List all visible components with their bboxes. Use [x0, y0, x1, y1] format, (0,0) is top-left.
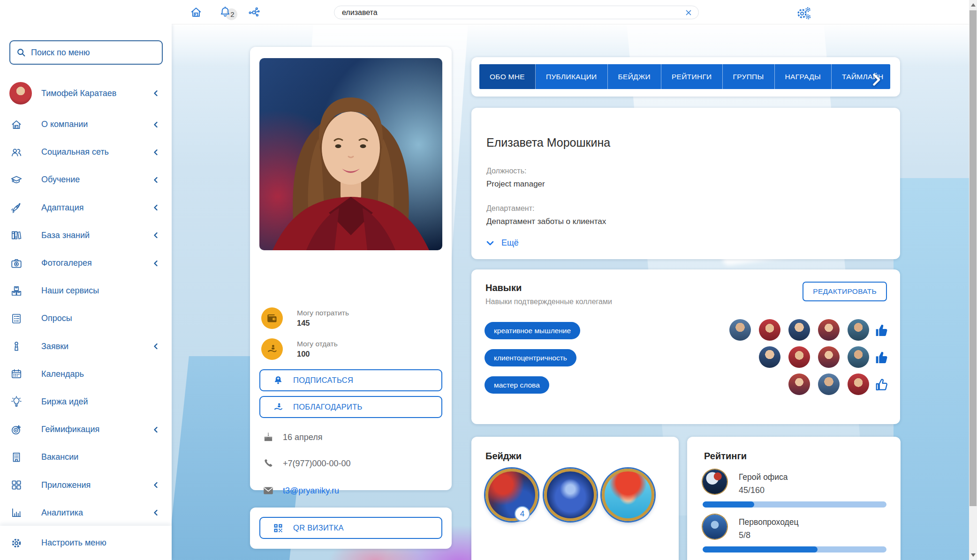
about-card: Елизавета Морошкина Должность: Project m… [471, 108, 900, 259]
badges-card: Бейджи 4 [471, 437, 679, 560]
global-search [334, 6, 699, 19]
sidebar-menu: О компании Социальная сеть Обучение Адап… [0, 111, 172, 527]
scroll-up-arrow[interactable] [971, 3, 976, 7]
badge-berserk[interactable] [485, 469, 538, 521]
lightbulb-icon [10, 396, 23, 408]
survey-clipboard-icon [10, 313, 23, 325]
skill-chip[interactable]: мастер слова [485, 376, 549, 394]
sidebar-item-vacancies[interactable]: Вакансии [0, 443, 172, 471]
sidebar-item-services[interactable]: Наши сервисы [0, 277, 172, 305]
scrollbar-thumb[interactable] [969, 10, 977, 506]
qr-business-card-button[interactable]: QR ВИЗИТКА [259, 517, 442, 539]
menu-search [9, 40, 163, 65]
tabs-scroll-right-icon[interactable] [870, 71, 882, 88]
sidebar-item-gamification[interactable]: Геймификация [0, 416, 172, 443]
home-icon[interactable] [189, 6, 203, 19]
global-search-input[interactable] [342, 8, 684, 17]
ratings-title: Рейтинги [704, 451, 747, 462]
thumbs-up-filled-icon[interactable] [875, 323, 890, 338]
badge-count: 4 [515, 506, 530, 522]
endorser-avatar[interactable] [818, 346, 840, 368]
tab-ratings[interactable]: РЕЙТИНГИ [661, 64, 723, 89]
sidebar-item-ideas[interactable]: Биржа идей [0, 388, 172, 416]
chevron-left-icon [152, 260, 159, 267]
endorser-avatar[interactable] [759, 346, 780, 368]
email-link[interactable]: t3@pryaniky.ru [283, 486, 339, 496]
sidebar-item-surveys[interactable]: Опросы [0, 305, 172, 332]
email-row: t3@pryaniky.ru [262, 485, 339, 497]
notifications-bell-icon[interactable] [219, 6, 232, 19]
rating-value: 45/160 [739, 485, 765, 495]
show-more-link[interactable]: Ещё [485, 238, 519, 248]
user-avatar [9, 82, 32, 105]
rating-name: Первопроходец [739, 517, 799, 527]
rating-name: Герой офиса [739, 472, 788, 482]
spend-label: Могу потратить [297, 309, 349, 317]
org-network-icon[interactable] [248, 6, 261, 19]
profile-tabs: ОБО МНЕ ПУБЛИКАЦИИ БЕЙДЖИ РЕЙТИНГИ ГРУПП… [479, 64, 890, 89]
chevron-down-icon [485, 239, 495, 248]
services-settings-icon[interactable] [796, 6, 812, 21]
endorser-avatar[interactable] [788, 346, 810, 368]
sidebar-user[interactable]: Тимофей Каратаев [0, 80, 172, 107]
rating-avatar [703, 470, 727, 494]
scroll-down-arrow[interactable] [971, 553, 976, 557]
sidebar-item-knowledge[interactable]: База знаний [0, 222, 172, 249]
tab-badges[interactable]: БЕЙДЖИ [608, 64, 661, 89]
thumbs-up-outline-icon[interactable] [875, 377, 890, 392]
rating-value: 5/8 [739, 530, 750, 540]
endorser-avatar[interactable] [788, 319, 810, 341]
badge-lotus[interactable] [544, 469, 597, 521]
badges-title: Бейджи [485, 451, 522, 462]
endorser-avatar[interactable] [788, 373, 810, 395]
give-label: Могу отдать [297, 340, 338, 348]
endorser-avatar[interactable] [759, 319, 780, 341]
sidebar-item-analytics[interactable]: Аналитика [0, 499, 172, 527]
endorser-avatar[interactable] [848, 346, 869, 368]
tab-about[interactable]: ОБО МНЕ [479, 64, 536, 89]
sidebar-item-calendar[interactable]: Календарь [0, 360, 172, 388]
thank-button[interactable]: ПОБЛАГОДАРИТЬ [259, 396, 442, 418]
sidebar-item-social[interactable]: Социальная сеть [0, 138, 172, 166]
target-icon [10, 424, 23, 436]
endorser-avatar[interactable] [818, 373, 840, 395]
chevron-left-icon [152, 204, 159, 211]
chevron-left-icon [152, 149, 159, 156]
tab-awards[interactable]: НАГРАДЫ [775, 64, 832, 89]
phone-value: +7(977)000-00-00 [283, 459, 351, 469]
endorser-avatar[interactable] [848, 373, 869, 395]
endorser-avatar[interactable] [818, 319, 840, 341]
sidebar-item-learning[interactable]: Обучение [0, 166, 172, 194]
sidebar-item-apps[interactable]: Приложения [0, 471, 172, 499]
tab-groups[interactable]: ГРУППЫ [723, 64, 775, 89]
position-value: Project manager [486, 179, 545, 189]
endorser-avatar[interactable] [729, 319, 751, 341]
tab-publications[interactable]: ПУБЛИКАЦИИ [536, 64, 608, 89]
sidebar-item-adaptation[interactable]: Адаптация [0, 194, 172, 222]
sidebar-item-requests[interactable]: Заявки [0, 333, 172, 360]
skills-card: Навыки Навыки подтвержденные коллегами Р… [471, 269, 900, 424]
page-scrollbar[interactable] [969, 0, 977, 560]
cake-icon [262, 431, 274, 443]
sidebar-item-menu-settings[interactable]: Настроить меню [0, 526, 172, 560]
thumbs-up-filled-icon[interactable] [875, 350, 890, 365]
edit-skills-button[interactable]: РЕДАКТИРОВАТЬ [803, 282, 887, 301]
skill-chip[interactable]: клиентоцентричность [485, 349, 576, 366]
thank-hand-icon [273, 402, 284, 413]
bar-chart-icon [10, 507, 23, 519]
sidebar-item-photos[interactable]: Фотогалерея [0, 249, 172, 277]
subscribe-button[interactable]: ПОДПИСАТЬСЯ [259, 369, 442, 391]
rating-avatar [703, 515, 727, 539]
skill-chip[interactable]: креативное мышление [485, 322, 580, 339]
menu-search-input[interactable] [31, 48, 156, 58]
give-hand-icon [261, 338, 283, 360]
department-label: Департамент: [486, 204, 534, 213]
endorser-avatar[interactable] [848, 319, 869, 341]
rating-progress [703, 501, 886, 508]
endorsers-row [788, 373, 869, 395]
department-value: Департамент заботы о клиентах [486, 217, 606, 226]
clear-search-icon[interactable] [684, 8, 693, 17]
badge-redhead[interactable] [602, 469, 654, 521]
sidebar-item-company[interactable]: О компании [0, 111, 172, 138]
search-icon [16, 47, 26, 58]
